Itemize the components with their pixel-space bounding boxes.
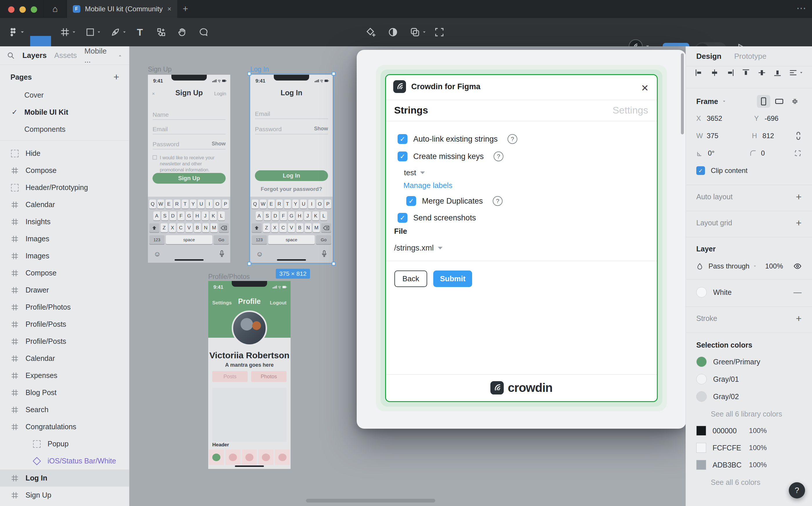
- pen-tool-button[interactable]: [111, 18, 126, 46]
- add-auto-layout-button[interactable]: +: [796, 191, 802, 202]
- help-icon[interactable]: ?: [493, 196, 502, 206]
- add-stroke-button[interactable]: +: [796, 313, 802, 324]
- space-key[interactable]: space: [166, 235, 212, 244]
- more-menu-icon[interactable]: ⋯: [796, 2, 807, 14]
- independent-corners-icon[interactable]: [794, 150, 802, 157]
- mic-icon[interactable]: [219, 250, 224, 257]
- key[interactable]: O: [316, 199, 323, 208]
- submit-button[interactable]: Submit: [433, 270, 472, 287]
- key[interactable]: O: [214, 199, 221, 208]
- mic-icon[interactable]: [322, 250, 327, 257]
- signup-cta-button[interactable]: Sign Up: [152, 173, 226, 184]
- password-field[interactable]: Password Show: [152, 141, 226, 150]
- close-window-button[interactable]: [8, 6, 14, 13]
- align-top-icon[interactable]: [742, 68, 750, 77]
- fill-swatch[interactable]: [696, 287, 707, 298]
- key[interactable]: E: [165, 199, 172, 208]
- layer-row-calendar[interactable]: Calendar: [0, 350, 129, 367]
- shift-key[interactable]: [149, 223, 159, 232]
- remove-fill-button[interactable]: —: [794, 287, 802, 297]
- key[interactable]: I: [308, 199, 315, 208]
- key[interactable]: J: [202, 212, 208, 221]
- key[interactable]: A: [153, 212, 160, 221]
- align-h-center-icon[interactable]: [710, 68, 719, 77]
- key[interactable]: I: [206, 199, 213, 208]
- hex-color-fcfcfe[interactable]: FCFCFE100%: [686, 441, 812, 454]
- create-keys-checkbox[interactable]: ✓: [398, 152, 407, 161]
- key[interactable]: J: [304, 212, 311, 221]
- portrait-orientation-button[interactable]: [757, 95, 770, 108]
- layer-row-header-prototyping[interactable]: Header/Prototyping: [0, 179, 129, 196]
- layer-row-images[interactable]: Images: [0, 230, 129, 247]
- constrain-proportions-icon[interactable]: [795, 132, 802, 140]
- emoji-icon[interactable]: ☺: [154, 250, 161, 258]
- help-button[interactable]: ?: [789, 482, 805, 498]
- x-input[interactable]: 3652: [707, 114, 722, 122]
- layer-row-congratulations[interactable]: Congratulations: [0, 418, 129, 435]
- layer-row-insights[interactable]: Insights: [0, 213, 129, 230]
- key[interactable]: V: [186, 223, 193, 232]
- thumbnail[interactable]: [275, 449, 290, 465]
- settings-link[interactable]: Settings: [612, 104, 648, 116]
- key[interactable]: P: [222, 199, 229, 208]
- tab-posts[interactable]: Posts: [212, 371, 248, 382]
- key[interactable]: D: [272, 212, 279, 221]
- key[interactable]: B: [194, 223, 201, 232]
- key[interactable]: S: [161, 212, 168, 221]
- merge-duplicates-checkbox[interactable]: ✓: [406, 196, 416, 206]
- layer-row-hide[interactable]: Hide: [0, 145, 129, 162]
- clip-content-checkbox[interactable]: ✓: [696, 166, 705, 175]
- resize-to-fit-icon[interactable]: [788, 95, 802, 108]
- shift-key[interactable]: [252, 223, 262, 232]
- email-field[interactable]: Email: [255, 110, 328, 119]
- layer-row-compose[interactable]: Compose: [0, 162, 129, 179]
- selection-color-green-primary[interactable]: Green/Primary: [686, 355, 812, 368]
- file-dropdown[interactable]: /strings.xml: [394, 244, 443, 253]
- go-key[interactable]: Go: [214, 235, 229, 244]
- edit-object-button[interactable]: [366, 18, 376, 46]
- key[interactable]: C: [280, 223, 286, 232]
- name-field[interactable]: Name: [152, 111, 226, 120]
- key[interactable]: S: [264, 212, 271, 221]
- frame-label-login[interactable]: Log In: [250, 66, 269, 73]
- eye-icon[interactable]: [794, 262, 802, 270]
- key[interactable]: W: [157, 199, 164, 208]
- go-key[interactable]: Go: [316, 235, 331, 244]
- key[interactable]: T: [284, 199, 291, 208]
- key[interactable]: L: [321, 212, 327, 221]
- login-cta-button[interactable]: Log In: [255, 170, 328, 181]
- email-field[interactable]: Email: [152, 126, 226, 135]
- text-tool-button[interactable]: T: [137, 18, 143, 46]
- manage-labels-link[interactable]: Manage labels: [403, 181, 453, 190]
- key[interactable]: W: [260, 199, 267, 208]
- frame-dropdown[interactable]: Frame: [696, 97, 718, 106]
- profile-frame[interactable]: 9:41 Settings Profile Logout Victoriia R…: [208, 281, 290, 469]
- key[interactable]: A: [256, 212, 262, 221]
- layer-row-compose[interactable]: Compose: [0, 264, 129, 281]
- tab-layers[interactable]: Layers: [22, 51, 47, 60]
- blend-mode-dropdown[interactable]: Pass through: [708, 262, 757, 270]
- label-dropdown[interactable]: test: [404, 168, 425, 177]
- key[interactable]: G: [186, 212, 193, 221]
- color-swatch[interactable]: [696, 443, 706, 453]
- layer-row-ios-status-bar-white[interactable]: iOS/Status Bar/White: [0, 452, 129, 470]
- mask-button[interactable]: [410, 18, 426, 46]
- y-input[interactable]: -696: [764, 114, 779, 122]
- forgot-password-link[interactable]: Forgot your password?: [250, 186, 333, 192]
- color-swatch[interactable]: [696, 460, 706, 470]
- resources-tool-button[interactable]: [156, 18, 166, 46]
- key[interactable]: Y: [190, 199, 197, 208]
- key[interactable]: M: [313, 223, 320, 232]
- back-button[interactable]: Back: [394, 270, 427, 287]
- frame-label-signup[interactable]: Sign Up: [148, 66, 172, 73]
- align-v-center-icon[interactable]: [757, 68, 766, 77]
- selection-button[interactable]: [434, 18, 444, 46]
- numbers-key[interactable]: 123: [149, 235, 164, 244]
- align-right-icon[interactable]: [726, 68, 735, 77]
- horizontal-scrollbar[interactable]: [306, 499, 435, 503]
- layer-row-log-in[interactable]: Log In: [0, 470, 129, 487]
- layer-row-calendar[interactable]: Calendar: [0, 196, 129, 213]
- key[interactable]: U: [198, 199, 204, 208]
- main-menu-button[interactable]: [8, 18, 24, 46]
- thumbnail[interactable]: [258, 449, 273, 465]
